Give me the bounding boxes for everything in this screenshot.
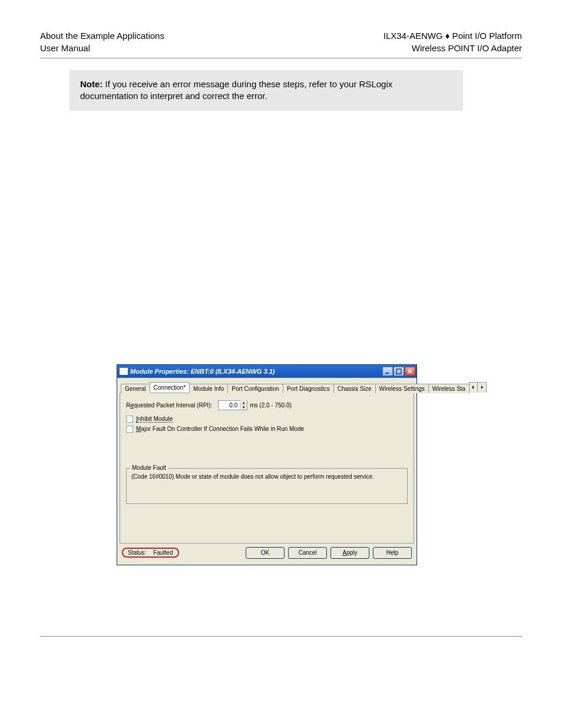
chevron-right-icon	[480, 386, 484, 389]
tab-scroll-left[interactable]	[470, 383, 478, 393]
note-label: Note:	[80, 79, 103, 89]
svg-rect-1	[396, 369, 401, 374]
product-line: ILX34-AENWG ♦ Point I/O Platform	[384, 29, 522, 42]
tab-general[interactable]: General	[121, 384, 150, 393]
inhibit-module-checkbox[interactable]	[126, 416, 133, 423]
note-text: If you receive an error message during t…	[80, 79, 392, 101]
module-fault-message: (Code 16#0010) Mode or state of module d…	[131, 473, 402, 480]
rpi-input[interactable]	[219, 401, 240, 409]
page-header: About the Example Applications User Manu…	[40, 29, 522, 58]
tab-strip: General Connection* Module Info Port Con…	[120, 381, 414, 393]
inhibit-module-label: Inhibit Module	[136, 416, 173, 423]
rpi-spinner[interactable]: ▲ ▼	[218, 400, 247, 410]
titlebar[interactable]: Module Properties: ENBT:0 (ILX34-AENWG 3…	[117, 365, 416, 378]
minimize-icon	[385, 368, 391, 374]
maximize-button[interactable]	[394, 367, 404, 376]
doc-section: About the Example Applications	[40, 29, 164, 42]
chevron-left-icon	[471, 386, 475, 389]
tab-port-configuration[interactable]: Port Configuration	[227, 384, 283, 393]
tab-port-diagnostics[interactable]: Port Diagnostics	[283, 384, 334, 393]
tab-scroll-right[interactable]	[478, 383, 486, 393]
tab-module-info[interactable]: Module Info	[189, 384, 228, 393]
spin-up[interactable]: ▲	[240, 400, 247, 405]
tab-wireless-settings[interactable]: Wireless Settings	[375, 384, 429, 393]
connection-tab-panel: Requested Packet Interval (RPI): ▲ ▼ ms …	[120, 393, 414, 543]
tab-chassis-size[interactable]: Chassis Size	[333, 384, 376, 393]
rpi-range: ms (2.0 - 750.0)	[250, 402, 292, 409]
cancel-button[interactable]: Cancel	[288, 547, 327, 559]
module-fault-group: Module Fault (Code 16#0010) Mode or stat…	[126, 468, 408, 504]
window-icon	[120, 368, 128, 375]
help-button[interactable]: Help	[373, 547, 412, 559]
major-fault-label: Major Fault On Controller If Connection …	[136, 426, 304, 432]
window-title: Module Properties: ENBT:0 (ILX34-AENWG 3…	[130, 368, 382, 375]
doc-type: User Manual	[40, 42, 164, 54]
status-indicator: Status: Faulted	[122, 548, 179, 558]
page-footer	[40, 636, 522, 639]
rpi-label: Requested Packet Interval (RPI):	[126, 402, 212, 409]
spin-down[interactable]: ▼	[240, 405, 247, 410]
tab-wireless-sta[interactable]: Wireless Sta	[428, 384, 470, 393]
product-name: Wireless POINT I/O Adapter	[384, 42, 522, 54]
module-fault-legend: Module Fault	[130, 465, 168, 471]
close-button[interactable]	[405, 367, 415, 376]
note-box: Note: If you receive an error message du…	[70, 70, 463, 111]
module-properties-dialog: Module Properties: ENBT:0 (ILX34-AENWG 3…	[117, 364, 417, 565]
close-icon	[407, 368, 413, 374]
major-fault-checkbox[interactable]	[126, 426, 133, 433]
svg-rect-0	[385, 373, 389, 374]
apply-button[interactable]: Apply	[330, 547, 369, 559]
minimize-button[interactable]	[382, 367, 393, 376]
maximize-icon	[396, 368, 402, 374]
status-label: Status:	[128, 549, 146, 556]
ok-button[interactable]: OK	[246, 547, 285, 559]
tab-connection[interactable]: Connection*	[150, 382, 190, 393]
status-value: Faulted	[153, 549, 173, 556]
